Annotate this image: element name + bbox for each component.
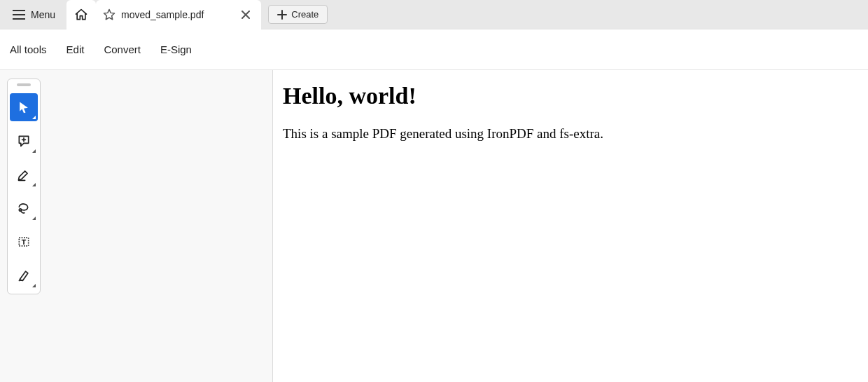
highlighter-icon bbox=[17, 168, 31, 182]
document-heading: Hello, world! bbox=[283, 83, 858, 109]
pen-icon bbox=[17, 268, 31, 282]
create-label: Create bbox=[291, 9, 318, 20]
menu-label: Menu bbox=[31, 9, 55, 20]
plus-icon bbox=[277, 10, 287, 20]
file-tab[interactable]: moved_sample.pdf bbox=[96, 0, 261, 29]
close-icon bbox=[241, 11, 250, 19]
sign-tool[interactable] bbox=[10, 261, 38, 289]
document-body: This is a sample PDF generated using Iro… bbox=[283, 126, 858, 142]
star-icon bbox=[103, 8, 115, 21]
content-area: Hello, world! This is a sample PDF gener… bbox=[0, 70, 868, 382]
create-button[interactable]: Create bbox=[268, 5, 328, 24]
home-tab[interactable] bbox=[66, 0, 96, 29]
home-icon bbox=[74, 8, 88, 22]
comment-tool[interactable] bbox=[10, 127, 38, 155]
document-viewport[interactable]: Hello, world! This is a sample PDF gener… bbox=[273, 70, 868, 382]
panel-grip-icon[interactable] bbox=[17, 83, 31, 86]
menubar-item-edit[interactable]: Edit bbox=[66, 43, 85, 55]
draw-tool[interactable] bbox=[10, 194, 38, 222]
sidebar bbox=[0, 70, 273, 382]
file-tab-label: moved_sample.pdf bbox=[121, 9, 204, 20]
cursor-icon bbox=[17, 100, 31, 114]
highlight-tool[interactable] bbox=[10, 161, 38, 189]
textbox-tool[interactable] bbox=[10, 228, 38, 256]
menubar: All tools Edit Convert E-Sign bbox=[0, 29, 868, 70]
tab-bar: Menu moved_sample.pdf Create bbox=[0, 0, 868, 29]
menu-button[interactable]: Menu bbox=[6, 5, 62, 25]
close-tab-button[interactable] bbox=[237, 9, 254, 20]
menubar-item-convert[interactable]: Convert bbox=[104, 43, 141, 55]
hamburger-icon bbox=[13, 10, 25, 20]
select-tool[interactable] bbox=[10, 93, 38, 121]
textbox-icon bbox=[17, 235, 31, 249]
tool-panel bbox=[7, 79, 41, 294]
lasso-icon bbox=[17, 201, 31, 215]
comment-icon bbox=[17, 134, 31, 148]
menubar-item-all-tools[interactable]: All tools bbox=[10, 43, 47, 55]
menubar-item-esign[interactable]: E-Sign bbox=[160, 43, 192, 55]
